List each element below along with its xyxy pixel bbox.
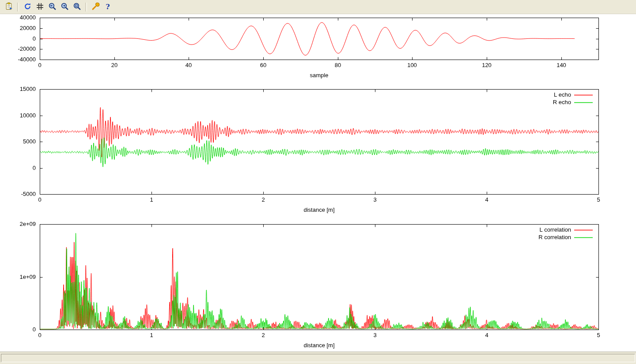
echo-chart[interactable] <box>0 84 636 217</box>
status-bar <box>0 352 636 364</box>
replot-button[interactable] <box>22 1 33 13</box>
correlation-chart[interactable] <box>0 217 636 352</box>
magnifier-icon <box>73 2 81 12</box>
autoscale-button[interactable] <box>71 1 83 13</box>
grid-icon <box>36 2 44 12</box>
zoom-next-button[interactable] <box>59 1 70 13</box>
grid-toggle-button[interactable] <box>34 1 45 13</box>
configure-button[interactable] <box>90 1 101 13</box>
toolbar-separator <box>85 3 87 11</box>
sample-waveform-chart[interactable] <box>0 14 636 84</box>
gnuplot-window: ? <box>0 0 636 364</box>
clipboard-export-icon <box>5 2 13 12</box>
copy-to-clipboard-button[interactable] <box>3 1 15 13</box>
help-button[interactable]: ? <box>102 1 114 13</box>
refresh-icon <box>23 2 32 12</box>
toolbar-separator <box>17 3 19 11</box>
magnifier-right-icon <box>61 2 69 12</box>
plot-area <box>0 14 636 352</box>
zoom-previous-button[interactable] <box>46 1 58 13</box>
question-mark-icon: ? <box>106 4 110 11</box>
magnifier-left-icon <box>48 2 57 12</box>
status-text <box>1 354 635 362</box>
wrench-icon <box>91 2 100 12</box>
toolbar: ? <box>0 0 636 14</box>
